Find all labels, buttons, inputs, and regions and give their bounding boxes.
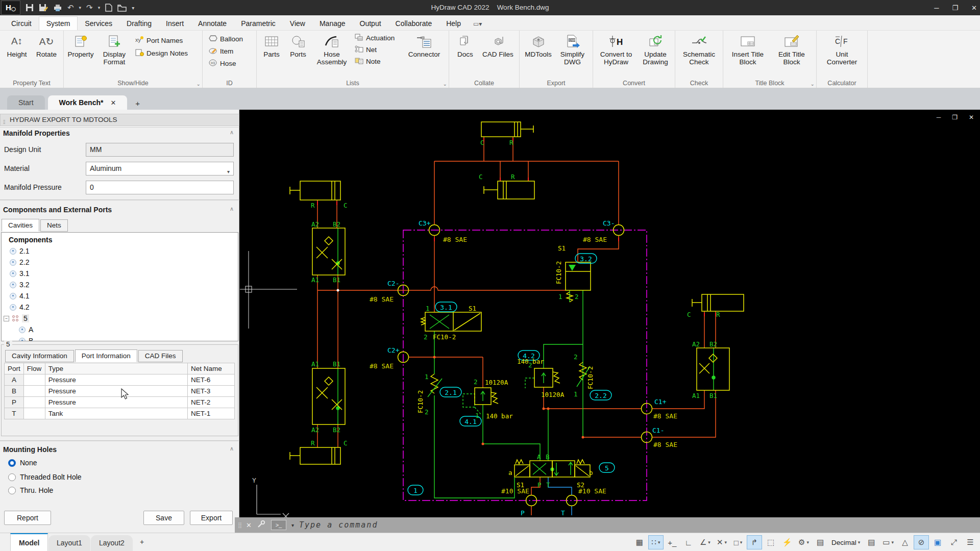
customization-menu-icon[interactable]: ☰	[963, 535, 978, 549]
tab-services[interactable]: Services	[78, 17, 119, 30]
insert-title-block-button[interactable]: Insert Title Block	[726, 33, 769, 66]
minimize-button[interactable]: ─	[934, 4, 939, 12]
port-names-button[interactable]: xy Port Names	[135, 36, 188, 45]
connector-button[interactable]: Connector	[404, 33, 445, 58]
manifold-pressure-field[interactable]: 0	[86, 181, 234, 194]
material-dropdown[interactable]: Aluminum ▾	[86, 162, 234, 176]
command-bar-grip-icon[interactable]: ⣿	[238, 522, 241, 529]
customize-command-icon[interactable]	[257, 520, 266, 530]
item-button[interactable]: Item	[209, 47, 243, 56]
docs-button[interactable]: Docs	[452, 33, 479, 58]
rotate-button[interactable]: A↻ Rotate	[32, 33, 61, 58]
tree-item-4-1[interactable]: 4.1	[10, 292, 29, 300]
selection-cycling-icon[interactable]: ⬚	[763, 535, 778, 549]
title-block-launcher-icon[interactable]: ⌄	[811, 81, 815, 87]
note-button[interactable]: Note	[355, 57, 395, 66]
collapse-components-icon[interactable]: ∧	[230, 206, 234, 212]
table-row[interactable]: A PressureNET-6	[5, 374, 235, 386]
tab-system[interactable]: System	[39, 16, 78, 30]
table-row[interactable]: T TankNET-1	[5, 408, 235, 419]
design-notes-button[interactable]: Design Notes	[135, 48, 188, 58]
display-format-button[interactable]: Display Format	[97, 33, 131, 66]
tab-layout2[interactable]: Layout2	[91, 535, 133, 551]
tab-nets[interactable]: Nets	[40, 219, 68, 232]
tab-model[interactable]: Model	[10, 533, 48, 551]
property-button[interactable]: Property	[65, 33, 96, 66]
cad-files-button[interactable]: CAD Files	[480, 33, 517, 58]
net-button[interactable]: Net	[355, 45, 395, 54]
drawing-canvas[interactable]: ─ ❐ ✕	[239, 110, 980, 517]
recent-commands-icon[interactable]: ▾	[291, 522, 294, 528]
tree-item-5-b[interactable]: B	[19, 337, 33, 341]
radio-thru-hole[interactable]: Thru. Hole	[8, 486, 53, 494]
polar-tracking-icon[interactable]: ∠▾	[697, 535, 713, 549]
table-row[interactable]: B PressureNET-3	[5, 386, 235, 397]
lists-launcher-icon[interactable]: ⌄	[443, 81, 447, 87]
radio-none[interactable]: None	[8, 459, 37, 467]
edit-title-block-button[interactable]: Edit Title Block	[770, 33, 813, 66]
command-line-bar[interactable]: ⣿ ✕ >_ ▾ Type a command	[235, 517, 980, 533]
add-layout-button[interactable]: +	[132, 533, 152, 551]
close-button[interactable]: ✕	[971, 4, 977, 12]
tree-item-2-1[interactable]: 2.1	[10, 247, 29, 255]
doc-tab-close-icon[interactable]: ✕	[110, 99, 116, 107]
port-information-table[interactable]: PortFlow TypeNet Name A PressureNET-6 B …	[4, 363, 235, 419]
tab-help[interactable]: Help	[439, 17, 468, 30]
parts-button[interactable]: Parts	[259, 33, 284, 66]
tab-cavity-information[interactable]: Cavity Information	[5, 350, 74, 362]
material-dropdown-arrow-icon[interactable]: ▾	[227, 165, 230, 178]
new-doc-tab-button[interactable]: +	[130, 97, 145, 110]
tab-output[interactable]: Output	[353, 17, 388, 30]
tree-item-4-2[interactable]: 4.2	[10, 303, 29, 311]
doc-tab-workbench[interactable]: Work Bench* ✕	[48, 95, 128, 110]
settings-gear-icon[interactable]: ⚙▾	[796, 535, 812, 549]
units-dropdown[interactable]: Decimal▾	[829, 535, 863, 549]
command-prompt-icon[interactable]: >_	[271, 520, 286, 530]
tree-item-3-2[interactable]: 3.2	[10, 281, 29, 289]
update-drawing-button[interactable]: Update Drawing	[638, 33, 673, 66]
graphics-performance-icon[interactable]: ▣	[930, 535, 945, 549]
table-row[interactable]: P PressureNET-2	[5, 397, 235, 408]
tab-collaborate[interactable]: Collaborate	[388, 17, 439, 30]
tree-item-5[interactable]: − 5	[4, 314, 29, 322]
command-input[interactable]: Type a command	[299, 520, 378, 530]
tab-cad-files[interactable]: CAD Files	[138, 350, 183, 362]
viewport-lock-icon[interactable]: ▭▾	[880, 535, 896, 549]
hose-assembly-button[interactable]: Hose Assembly	[312, 33, 352, 66]
tree-item-5-a[interactable]: A	[19, 325, 33, 334]
balloon-button[interactable]: Balloon	[209, 35, 243, 43]
dynamic-ucs-icon[interactable]: ↱	[747, 535, 762, 549]
tree-item-3-1[interactable]: 3.1	[10, 269, 29, 278]
mdtools-button[interactable]: MDTools	[523, 33, 554, 66]
properties-panel-icon[interactable]: ▤	[813, 535, 828, 549]
show-hide-launcher-icon[interactable]: ⌄	[197, 81, 201, 87]
radio-threaded-bolt-hole[interactable]: Threaded Bolt Hole	[8, 473, 82, 481]
object-snap-icon[interactable]: □▾	[730, 535, 746, 549]
tree-root-components[interactable]: Components	[9, 236, 53, 244]
panel-grip-icon[interactable]: ⁞⁞	[3, 117, 5, 128]
tab-insert[interactable]: Insert	[159, 17, 191, 30]
tab-view[interactable]: View	[283, 17, 312, 30]
tab-layout1[interactable]: Layout1	[48, 535, 90, 551]
height-button[interactable]: A↕ Height	[3, 33, 31, 58]
unit-converter-button[interactable]: CF Unit Converter	[822, 33, 863, 66]
report-button[interactable]: Report	[4, 511, 51, 525]
ortho-icon[interactable]: ∟	[681, 535, 696, 549]
tab-annotate[interactable]: Annotate	[191, 17, 234, 30]
clean-screen-icon[interactable]: ⊘	[914, 535, 929, 549]
annotation-monitor-icon[interactable]: ⚡	[779, 535, 795, 549]
actuation-button[interactable]: Actuation	[355, 34, 395, 42]
dynamic-input-icon[interactable]: +_	[665, 535, 680, 549]
isolate-objects-icon[interactable]: △	[897, 535, 913, 549]
maximize-button[interactable]: ❐	[952, 4, 958, 12]
schematic-check-button[interactable]: Schematic Check	[678, 33, 720, 66]
simplify-dwg-button[interactable]: DWG Simplify DWG	[555, 33, 590, 66]
collapse-node-icon[interactable]: −	[4, 316, 9, 321]
fullscreen-icon[interactable]: ⤢	[946, 535, 962, 549]
tab-cavities[interactable]: Cavities	[2, 219, 39, 232]
collapse-manifold-icon[interactable]: ∧	[230, 129, 234, 136]
command-bar-close-icon[interactable]: ✕	[246, 521, 252, 529]
ports-button[interactable]: Ports	[285, 33, 311, 66]
tab-manage[interactable]: Manage	[312, 17, 353, 30]
collapse-mounting-icon[interactable]: ∧	[230, 445, 234, 452]
